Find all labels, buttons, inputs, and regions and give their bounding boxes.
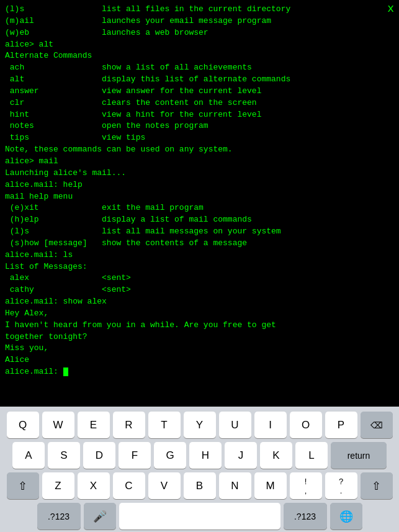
terminal-line: (w)eb launches a web browser xyxy=(5,27,394,39)
terminal-line: (m)ail launches your email message progr… xyxy=(5,16,394,27)
key-p[interactable]: P xyxy=(325,412,357,438)
terminal-line: Launching alice's mail... xyxy=(5,168,394,179)
terminal-line: Miss you, xyxy=(5,343,394,354)
terminal-line: mail help menu xyxy=(5,191,394,203)
key-space[interactable] xyxy=(119,503,280,530)
key-shift-left[interactable]: ⇧ xyxy=(7,472,39,499)
key-b[interactable]: B xyxy=(184,472,216,499)
key-s[interactable]: S xyxy=(48,442,80,469)
key-emoji[interactable]: 🌐 xyxy=(330,503,362,530)
terminal-line: notes open the notes program xyxy=(5,120,394,132)
keyboard: Q W E R T Y U I O P ⌫ A S D F G H J K L … xyxy=(0,407,399,532)
key-i[interactable]: I xyxy=(254,412,287,438)
terminal-line: hint view a hint for the current level xyxy=(5,109,394,121)
terminal-line: (l)s list all mail messages on your syst… xyxy=(5,226,394,238)
key-c[interactable]: C xyxy=(113,472,145,499)
key-z[interactable]: Z xyxy=(42,472,74,499)
key-h[interactable]: H xyxy=(189,442,222,469)
terminal: x (l)s list all files in the current dir… xyxy=(0,0,399,407)
terminal-line: tips view tips xyxy=(5,132,394,144)
terminal-line: answer view answer for the current level xyxy=(5,86,394,97)
terminal-line: alice> mail xyxy=(5,156,394,168)
terminal-line: Alternate Commands xyxy=(5,50,394,62)
keyboard-row-1: Q W E R T Y U I O P ⌫ xyxy=(2,412,397,438)
key-o[interactable]: O xyxy=(290,412,322,438)
key-f[interactable]: F xyxy=(119,442,151,469)
terminal-line: cathy <sent> xyxy=(5,284,394,296)
terminal-line: alice.mail: help xyxy=(5,179,394,191)
key-j[interactable]: J xyxy=(225,442,257,469)
key-u[interactable]: U xyxy=(219,412,251,438)
keyboard-row-4: .?123 🎤 .?123 🌐 xyxy=(2,503,397,530)
terminal-line: ach show a list of all achievements xyxy=(5,62,394,74)
terminal-content: (l)s list all files in the current direc… xyxy=(5,4,394,378)
key-backspace[interactable]: ⌫ xyxy=(361,412,393,438)
key-r[interactable]: R xyxy=(113,412,145,438)
key-question-period[interactable]: ?. xyxy=(325,472,357,499)
key-a[interactable]: A xyxy=(12,442,45,469)
terminal-line: alt display this list of alternate comma… xyxy=(5,74,394,86)
terminal-line: alex <sent> xyxy=(5,273,394,284)
close-button[interactable]: x xyxy=(387,2,394,15)
terminal-line: alice> alt xyxy=(5,39,394,51)
key-y[interactable]: Y xyxy=(184,412,216,438)
key-d[interactable]: D xyxy=(83,442,115,469)
key-v[interactable]: V xyxy=(148,472,181,499)
terminal-line: alice.mail: show alex xyxy=(5,296,394,308)
key-l[interactable]: L xyxy=(295,442,328,469)
key-w[interactable]: W xyxy=(42,412,74,438)
key-return[interactable]: return xyxy=(331,442,387,469)
key-shift-right[interactable]: ⇧ xyxy=(361,472,393,499)
terminal-line: alice.mail: ls xyxy=(5,250,394,261)
key-q[interactable]: Q xyxy=(7,412,39,438)
key-excl-comma[interactable]: !, xyxy=(290,472,322,499)
terminal-line: (e)xit exit the mail program xyxy=(5,202,394,214)
terminal-line: clr clears the content on the screen xyxy=(5,97,394,109)
key-mic[interactable]: 🎤 xyxy=(84,503,116,530)
terminal-line: together tonight? xyxy=(5,331,394,343)
key-k[interactable]: K xyxy=(260,442,292,469)
key-x[interactable]: X xyxy=(78,472,110,499)
cursor xyxy=(63,367,68,376)
terminal-line: Alice xyxy=(5,354,394,366)
key-n[interactable]: N xyxy=(219,472,251,499)
terminal-line: (l)s list all files in the current direc… xyxy=(5,4,394,16)
terminal-line: (h)elp display a list of mail commands xyxy=(5,214,394,226)
terminal-line: I haven't heard from you in a while. Are… xyxy=(5,320,394,331)
key-m[interactable]: M xyxy=(254,472,287,499)
key-nums-left[interactable]: .?123 xyxy=(37,503,81,530)
keyboard-row-2: A S D F G H J K L return xyxy=(2,442,397,469)
terminal-line: Hey Alex, xyxy=(5,308,394,320)
key-g[interactable]: G xyxy=(154,442,186,469)
terminal-line: alice.mail: xyxy=(5,366,394,378)
terminal-line: (s)how [message] show the contents of a … xyxy=(5,238,394,250)
key-e[interactable]: E xyxy=(78,412,110,438)
key-t[interactable]: T xyxy=(148,412,181,438)
keyboard-row-3: ⇧ Z X C V B N M !, ?. ⇧ xyxy=(2,472,397,499)
terminal-line: Note, these commands can be used on any … xyxy=(5,144,394,156)
key-nums-right[interactable]: .?123 xyxy=(284,503,327,530)
terminal-line: List of Messages: xyxy=(5,261,394,273)
